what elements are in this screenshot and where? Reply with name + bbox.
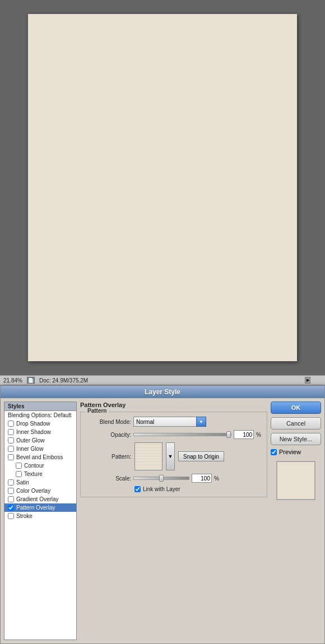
satin-label: Satin [16, 479, 29, 486]
pattern-row: Pattern: ▼ Snap to Origin [86, 442, 261, 470]
opacity-input[interactable] [234, 430, 254, 439]
scale-row: Scale: % [86, 474, 261, 483]
color-overlay-label: Color Overlay [16, 488, 50, 494]
style-item-texture[interactable]: Texture [4, 470, 76, 478]
settings-panel: Pattern Overlay Pattern Blend Mode: Norm… [80, 402, 267, 640]
gradient-overlay-label: Gradient Overlay [16, 496, 59, 502]
blend-mode-select[interactable]: Normal Dissolve Multiply Screen Overlay [133, 417, 206, 427]
style-item-outer-glow[interactable]: Outer Glow [4, 436, 76, 445]
group-title: Pattern [85, 408, 109, 414]
canvas-area [0, 0, 325, 375]
pattern-preview-inner [135, 443, 162, 470]
pattern-label: Pattern: [86, 454, 131, 460]
opacity-label: Opacity: [86, 432, 131, 438]
color-overlay-checkbox[interactable] [8, 488, 14, 494]
preview-label: Preview [279, 449, 301, 455]
opacity-slider-container: % [133, 430, 261, 439]
preview-thumbnail [276, 461, 315, 500]
blend-mode-label: Blend Mode: [86, 419, 131, 425]
blend-mode-select-wrapper: Normal Dissolve Multiply Screen Overlay … [133, 417, 206, 427]
style-item-stroke[interactable]: Stroke [4, 512, 76, 520]
dialog-title: Layer Style [145, 388, 180, 396]
inner-shadow-label: Inner Shadow [16, 429, 51, 435]
scale-label: Scale: [86, 475, 131, 482]
pattern-overlay-checkbox[interactable] [8, 505, 14, 511]
contour-label: Contour [24, 463, 44, 469]
bevel-emboss-label: Bevel and Emboss [16, 454, 63, 460]
inner-glow-checkbox[interactable] [8, 446, 14, 452]
texture-checkbox[interactable] [16, 471, 22, 477]
scale-percent: % [214, 475, 219, 482]
preview-checkbox[interactable] [271, 449, 277, 455]
stroke-checkbox[interactable] [8, 513, 14, 519]
style-item-bevel-emboss[interactable]: Bevel and Emboss [4, 453, 76, 461]
status-arrow[interactable]: ▶ [305, 377, 310, 384]
gradient-overlay-checkbox[interactable] [8, 496, 14, 502]
style-item-satin[interactable]: Satin [4, 478, 76, 487]
pattern-group: Pattern Blend Mode: Normal Dissolve Mult… [80, 412, 267, 497]
new-style-button[interactable]: New Style... [271, 433, 321, 445]
blending-options-label: Blending Options: Default [8, 412, 71, 418]
opacity-slider-thumb[interactable] [226, 431, 231, 438]
buttons-panel: OK Cancel New Style... Preview [271, 402, 321, 640]
scale-slider-container: % [133, 474, 261, 483]
contour-checkbox[interactable] [16, 463, 22, 469]
dialog-titlebar: Layer Style [1, 386, 324, 398]
outer-glow-label: Outer Glow [16, 437, 45, 444]
status-bar: 21.84% 📄 Doc: 24.9M/375.2M ▶ [0, 375, 325, 385]
style-item-inner-glow[interactable]: Inner Glow [4, 445, 76, 453]
canvas-document [28, 14, 297, 361]
link-with-layer-label: Link with Layer [143, 486, 180, 492]
scale-input[interactable] [192, 474, 212, 483]
satin-checkbox[interactable] [8, 479, 14, 486]
preview-check-row: Preview [271, 449, 321, 455]
bevel-emboss-checkbox[interactable] [8, 454, 14, 460]
dialog-body: Styles Blending Options: Default Drop Sh… [1, 398, 324, 643]
scale-slider-thumb[interactable] [159, 475, 164, 482]
styles-panel: Styles Blending Options: Default Drop Sh… [4, 402, 77, 640]
inner-glow-label: Inner Glow [16, 446, 43, 452]
outer-glow-checkbox[interactable] [8, 437, 14, 444]
styles-panel-label: Styles [4, 402, 77, 410]
inner-shadow-checkbox[interactable] [8, 429, 14, 435]
drop-shadow-label: Drop Shadow [16, 421, 50, 427]
layer-style-dialog: Layer Style Styles Blending Options: Def… [0, 385, 325, 644]
resize-handle [315, 377, 322, 384]
blend-mode-row: Blend Mode: Normal Dissolve Multiply Scr… [86, 417, 261, 427]
styles-list: Blending Options: Default Drop Shadow In… [4, 410, 77, 640]
pattern-overlay-label: Pattern Overlay [16, 505, 55, 511]
pattern-preview[interactable] [134, 442, 162, 470]
zoom-level: 21.84% [3, 377, 22, 384]
snap-to-origin-button[interactable]: Snap to Origin [178, 451, 224, 461]
document-info: Doc: 24.9M/375.2M [39, 377, 300, 384]
pattern-picker-button[interactable]: ▼ [166, 442, 175, 470]
stroke-label: Stroke [16, 513, 32, 519]
texture-label: Texture [24, 471, 43, 477]
opacity-slider-track[interactable] [133, 433, 231, 436]
ok-button[interactable]: OK [271, 402, 321, 414]
style-item-color-overlay[interactable]: Color Overlay [4, 487, 76, 495]
style-item-inner-shadow[interactable]: Inner Shadow [4, 428, 76, 436]
style-item-drop-shadow[interactable]: Drop Shadow [4, 419, 76, 428]
document-icon: 📄 [27, 377, 35, 384]
opacity-percent: % [256, 432, 261, 438]
style-item-contour[interactable]: Contour [4, 461, 76, 470]
drop-shadow-checkbox[interactable] [8, 421, 14, 427]
style-item-gradient-overlay[interactable]: Gradient Overlay [4, 495, 76, 503]
cancel-button[interactable]: Cancel [271, 417, 321, 430]
link-with-layer-checkbox[interactable] [134, 486, 141, 492]
style-item-blending-options[interactable]: Blending Options: Default [4, 411, 76, 419]
style-item-pattern-overlay[interactable]: Pattern Overlay [4, 503, 76, 512]
scale-slider-track[interactable] [133, 477, 189, 480]
opacity-row: Opacity: % [86, 430, 261, 439]
link-layer-row: Link with Layer [134, 486, 261, 492]
